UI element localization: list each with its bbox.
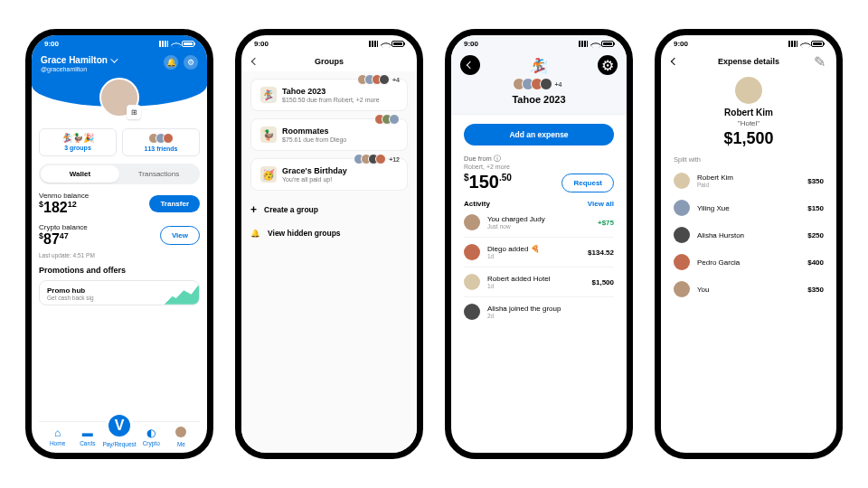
split-section: Split with Robert KimPaid$350 Yiling Xue… bbox=[661, 155, 836, 303]
group-icon: 🥳 bbox=[260, 166, 277, 183]
friends-card[interactable]: 113 friends bbox=[122, 128, 200, 156]
crypto-icon: ◐ bbox=[146, 427, 156, 438]
payer-avatar bbox=[735, 77, 762, 104]
wallet-tabs: Wallet Transactions bbox=[39, 164, 200, 184]
venmo-balance-title: Venmo balance bbox=[39, 192, 89, 200]
back-icon[interactable] bbox=[460, 55, 480, 75]
promo-card[interactable]: Promo hub Get cash back sig bbox=[39, 280, 200, 305]
promotions-heading: Promotions and offers bbox=[39, 266, 200, 275]
payer-name: Robert Kim bbox=[661, 108, 836, 117]
edit-icon[interactable]: ✎ bbox=[814, 53, 826, 70]
tab-pay[interactable]: VPay/Request bbox=[102, 426, 136, 447]
tab-me[interactable]: Me bbox=[166, 427, 196, 447]
group-item[interactable]: +4 🏂 Tahoe 2023 $150.50 due from Robert,… bbox=[250, 79, 408, 111]
split-row[interactable]: Pedro Garcia$400 bbox=[674, 249, 824, 276]
activity-heading: Activity bbox=[464, 200, 490, 208]
status-icons bbox=[579, 40, 614, 48]
split-row[interactable]: Alisha Hurston$250 bbox=[674, 221, 824, 249]
wifi-icon bbox=[381, 39, 392, 51]
tab-wallet[interactable]: Wallet bbox=[41, 165, 119, 183]
tab-crypto[interactable]: ◐Crypto bbox=[137, 427, 166, 446]
profile-name: Grace Hamilton bbox=[41, 55, 108, 65]
hidden-groups-button[interactable]: 🔔View hidden groups bbox=[250, 229, 408, 238]
avatar bbox=[464, 304, 480, 320]
notifications-icon[interactable]: 🔔 bbox=[164, 55, 178, 70]
view-all-link[interactable]: View all bbox=[588, 200, 614, 208]
venmo-balance-amount: $18212 bbox=[39, 200, 89, 216]
activity-item[interactable]: Diego added 🍕1d$134.52 bbox=[464, 238, 614, 267]
status-icons bbox=[369, 40, 404, 48]
status-time: 9:00 bbox=[44, 40, 59, 48]
crypto-balance-amount: $8747 bbox=[39, 231, 88, 248]
avatar bbox=[464, 214, 480, 230]
avatar bbox=[464, 244, 480, 260]
groups-card[interactable]: 🏂🦆🎉 3 groups bbox=[39, 128, 117, 156]
signal-icon bbox=[159, 41, 168, 47]
group-name: Grace's Birthday bbox=[260, 166, 398, 175]
qr-icon[interactable]: ⊞ bbox=[127, 105, 141, 119]
tab-transactions[interactable]: Transactions bbox=[119, 165, 198, 183]
groups-count: 3 groups bbox=[45, 145, 110, 151]
phone-expense-detail: 9:00 Expense details ✎ Robert Kim "Hotel… bbox=[655, 29, 843, 459]
create-group-button[interactable]: +Create a group bbox=[250, 203, 408, 216]
group-icon: 🏂 bbox=[260, 87, 277, 103]
card-icon: ▬ bbox=[82, 427, 93, 438]
status-time: 9:00 bbox=[254, 40, 269, 48]
group-avatars: +4 bbox=[361, 74, 400, 85]
header-icons: 🔔 ⚙ bbox=[164, 55, 198, 70]
group-name: Roommates bbox=[260, 127, 398, 136]
split-row[interactable]: You$350 bbox=[674, 276, 824, 303]
home-icon: ⌂ bbox=[54, 427, 61, 438]
avatar bbox=[464, 274, 480, 290]
due-section: Due from ⓘ Robert, +2 more $150.50 Reque… bbox=[451, 155, 627, 192]
view-button[interactable]: View bbox=[160, 226, 200, 245]
gear-icon[interactable]: ⚙ bbox=[598, 55, 618, 75]
battery-icon bbox=[601, 41, 614, 47]
back-icon[interactable] bbox=[251, 58, 259, 65]
activity-section: ActivityView all You charged JudyJust no… bbox=[451, 192, 627, 326]
status-icons bbox=[788, 40, 824, 48]
info-icon[interactable]: ⓘ bbox=[494, 155, 501, 163]
request-button[interactable]: Request bbox=[561, 174, 614, 192]
pay-fab-icon[interactable]: V bbox=[106, 412, 133, 439]
tab-home[interactable]: ⌂Home bbox=[42, 427, 72, 446]
avatar bbox=[674, 227, 690, 243]
profile-body: 🏂🦆🎉 3 groups 113 friends Wallet Transact… bbox=[32, 107, 207, 453]
group-item[interactable]: +12 🥳 Grace's Birthday You're all paid u… bbox=[250, 158, 408, 191]
page-title: Expense details bbox=[718, 57, 779, 66]
profile-avatar[interactable]: ⊞ bbox=[99, 78, 139, 117]
profile-header: Grace Hamilton @gracehamilton 🔔 ⚙ ⊞ bbox=[32, 52, 207, 107]
back-icon[interactable] bbox=[671, 58, 678, 65]
group-item[interactable]: 🦆 Roommates $75.61 due from Diego bbox=[250, 118, 408, 151]
activity-item[interactable]: Robert added Hotel1d$1,500 bbox=[464, 267, 614, 297]
me-icon bbox=[175, 427, 186, 439]
status-bar: 9:00 bbox=[241, 35, 417, 52]
venmo-balance-row: Venmo balance $18212 Transfer bbox=[39, 192, 200, 216]
group-title: Tahoe 2023 bbox=[460, 94, 618, 105]
split-row[interactable]: Yiling Xue$150 bbox=[674, 194, 824, 221]
signal-icon bbox=[788, 41, 797, 47]
promo-title: Promo hub bbox=[47, 286, 192, 295]
signal-icon bbox=[369, 41, 378, 47]
transfer-button[interactable]: Transfer bbox=[149, 195, 200, 212]
avatar bbox=[674, 281, 690, 297]
group-avatars bbox=[378, 114, 400, 125]
tab-cards[interactable]: ▬Cards bbox=[72, 427, 102, 446]
phone-groups: 9:00 Groups +4 🏂 Tahoe 2023 $150.50 due … bbox=[235, 29, 423, 459]
status-bar: 9:00 bbox=[32, 35, 207, 52]
due-amount: $150.50 bbox=[464, 172, 512, 192]
friends-count: 113 friends bbox=[128, 145, 193, 152]
expense-summary: Robert Kim "Hotel" $1,500 bbox=[661, 71, 836, 155]
group-icon: 🦆 bbox=[260, 127, 277, 143]
avatar bbox=[674, 254, 690, 270]
add-expense-button[interactable]: Add an expense bbox=[464, 124, 614, 145]
split-row[interactable]: Robert KimPaid$350 bbox=[674, 167, 824, 194]
avatar bbox=[674, 200, 690, 216]
groups-header: Groups bbox=[241, 52, 417, 71]
activity-item[interactable]: You charged JudyJust now+$75 bbox=[464, 208, 614, 238]
crypto-balance-row: Crypto balance $8747 View bbox=[39, 223, 200, 248]
plus-icon: + bbox=[250, 203, 257, 216]
activity-item[interactable]: Alisha joined the group2d bbox=[464, 297, 614, 326]
gear-icon[interactable]: ⚙ bbox=[184, 55, 198, 70]
status-bar: 9:00 bbox=[661, 35, 836, 52]
